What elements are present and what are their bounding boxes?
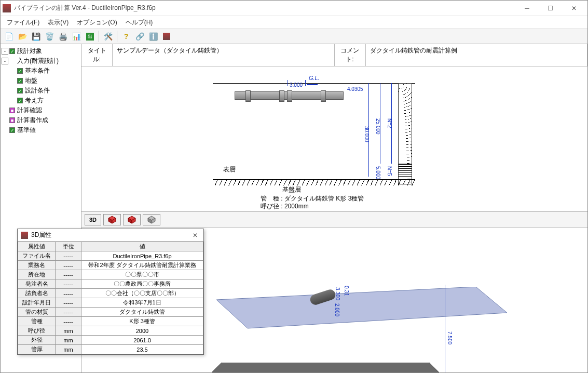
- separator: [117, 31, 117, 42]
- dim-25-label: 25.000: [375, 118, 381, 135]
- window-title: パイプラインの計算 Ver.4 - DuctileIronPipe_R3.f6p: [14, 4, 515, 12]
- minimize-button[interactable]: ─: [515, 1, 539, 16]
- checkbox-icon[interactable]: ■: [9, 108, 15, 113]
- tree-label: 地盤: [25, 76, 37, 85]
- table-row: 外径mm2061.0: [18, 336, 203, 345]
- gl-label: G.L.: [309, 75, 320, 81]
- checkbox-icon[interactable]: ✓: [9, 48, 15, 54]
- print-icon[interactable]: 🖨️: [57, 30, 69, 43]
- tree-item-report[interactable]: ■計算書作成: [2, 115, 80, 125]
- link-icon[interactable]: 🔗: [133, 30, 146, 43]
- menu-help[interactable]: ヘルプ(H): [121, 17, 157, 28]
- titlebar: パイプラインの計算 Ver.4 - DuctileIronPipe_R3.f6p…: [1, 1, 587, 16]
- hdr-name: 属性値: [18, 242, 56, 251]
- pipe-joint-icon: [245, 90, 251, 102]
- tree-item-input[interactable]: -入力(耐震設計): [2, 56, 80, 66]
- checkbox-icon[interactable]: ✓: [17, 68, 23, 74]
- cell-unit: -----: [56, 279, 81, 289]
- base-layer-icon: [398, 164, 412, 177]
- checkbox-icon[interactable]: ✓: [17, 78, 23, 84]
- info-bar: タイトル: サンプルデータ（ダクタイル鋳鉄管） コメント: ダクタイル鋳鉄管の耐…: [81, 44, 587, 66]
- tree-item-design-cond[interactable]: ✓設計条件: [2, 86, 80, 96]
- checkbox-icon[interactable]: ✓: [17, 98, 23, 103]
- comment-value: ダクタイル鋳鉄管の耐震計算例: [366, 44, 588, 66]
- table-row: 業務名-----帯和2年度 ダクタイル鋳鉄管耐震計算業務: [18, 261, 203, 270]
- export-icon[interactable]: 出: [84, 30, 96, 43]
- tree-label: 入力(耐震設計): [17, 57, 59, 65]
- cube-gray-icon[interactable]: [143, 214, 160, 225]
- cell-unit: -----: [56, 289, 81, 298]
- tree-item-design-target[interactable]: -✓設計対象: [2, 46, 80, 56]
- cell-name: 外径: [18, 336, 56, 345]
- comment-label: コメント:: [335, 44, 366, 66]
- maximize-button[interactable]: ☐: [539, 1, 562, 16]
- tree-item-basic[interactable]: ✓基本条件: [2, 66, 80, 76]
- checkbox-icon[interactable]: ✓: [17, 88, 23, 94]
- save-icon[interactable]: 💾: [30, 30, 42, 43]
- svg-marker-10: [201, 363, 450, 373]
- cube-red-icon[interactable]: [103, 214, 121, 225]
- cell-unit: -----: [56, 270, 81, 279]
- checkbox-icon[interactable]: ✓: [9, 127, 15, 133]
- table-row: 発注者名-----〇〇農政局〇〇事務所: [18, 279, 203, 289]
- tree-item-approach[interactable]: ✓考え方: [2, 96, 80, 105]
- pipe-joint-icon: [321, 90, 326, 102]
- collapse-icon[interactable]: -: [2, 48, 8, 55]
- title-value: サンプルデータ（ダクタイル鋳鉄管）: [113, 44, 335, 66]
- tree-item-calc-check[interactable]: ■計算確認: [2, 105, 80, 115]
- tree-item-ground[interactable]: ✓地盤: [2, 76, 80, 86]
- tree-label: 基本条件: [25, 66, 50, 75]
- tree-label: 設計条件: [25, 86, 50, 95]
- cell-name: ファイル名: [18, 251, 56, 261]
- collapse-icon[interactable]: -: [2, 58, 8, 64]
- cube-red2-icon[interactable]: [123, 214, 141, 225]
- tree-label: 基準値: [17, 126, 36, 135]
- dim-5-label: 5.000: [375, 166, 381, 179]
- settings-icon[interactable]: 🛠️: [102, 30, 114, 43]
- menu-file[interactable]: ファイル(F): [3, 17, 44, 28]
- menu-option[interactable]: オプション(O): [73, 17, 121, 28]
- hdr-unit: 単位: [56, 242, 81, 251]
- dim-3300-label: 3.300: [335, 287, 340, 300]
- about-icon[interactable]: [160, 30, 173, 43]
- ground-line: [213, 83, 415, 84]
- props-close-button[interactable]: ✕: [190, 232, 200, 239]
- cell-value: 2061.0: [81, 336, 203, 345]
- svg-marker-9: [216, 287, 507, 328]
- cell-value: 〇〇会社（〇〇支店〇〇部）: [81, 289, 203, 298]
- report-icon[interactable]: 📊: [70, 30, 83, 43]
- info-icon[interactable]: ℹ️: [147, 30, 159, 43]
- pipe-shape: [235, 91, 344, 100]
- table-row: 管種-----K形 3種管: [18, 317, 203, 326]
- props-window[interactable]: 3D属性 ✕ 属性値 単位 値 ファイル名-----DuctileIronPip…: [17, 229, 204, 355]
- props-titlebar[interactable]: 3D属性 ✕: [18, 229, 203, 242]
- dim-2000-label: 2.000: [334, 303, 340, 316]
- cell-name: 管種: [18, 317, 56, 326]
- table-row: 所在地-----〇〇県〇〇市: [18, 270, 203, 279]
- menu-view[interactable]: 表示(V): [44, 17, 73, 28]
- toolbar: 📄 📂 💾 🗑️ 🖨️ 📊 出 🛠️ ? 🔗 ℹ️: [1, 29, 587, 44]
- view3d-button[interactable]: 3D: [85, 214, 101, 225]
- base-hatch-icon: [213, 179, 415, 185]
- cell-unit: -----: [56, 261, 81, 270]
- open-file-icon[interactable]: 📂: [16, 30, 29, 43]
- cell-name: 請負者名: [18, 289, 56, 298]
- dim-031-label: 0.31: [344, 286, 349, 296]
- help-icon[interactable]: ?: [120, 30, 132, 43]
- surface-label: 表層: [223, 165, 236, 174]
- cell-value: DuctileIronPipe_R3.f6p: [81, 251, 203, 261]
- cell-value: 帯和2年度 ダクタイル鋳鉄管耐震計算業務: [81, 261, 203, 270]
- tree-label: 計算確認: [17, 106, 42, 115]
- table-row: ファイル名-----DuctileIronPipe_R3.f6p: [18, 251, 203, 261]
- tree-item-standard[interactable]: ✓基準値: [2, 125, 80, 135]
- table-row: 呼び径mm2000: [18, 326, 203, 336]
- app-icon: [21, 232, 28, 239]
- cell-value: 〇〇県〇〇市: [81, 270, 203, 279]
- dim-30-label: 30.000: [364, 126, 370, 142]
- delete-icon[interactable]: 🗑️: [43, 30, 56, 43]
- new-file-icon[interactable]: 📄: [3, 30, 15, 43]
- close-button[interactable]: ✕: [562, 1, 585, 16]
- checkbox-icon[interactable]: ■: [9, 117, 15, 123]
- cell-unit: -----: [56, 317, 81, 326]
- cell-unit: mm: [56, 336, 81, 345]
